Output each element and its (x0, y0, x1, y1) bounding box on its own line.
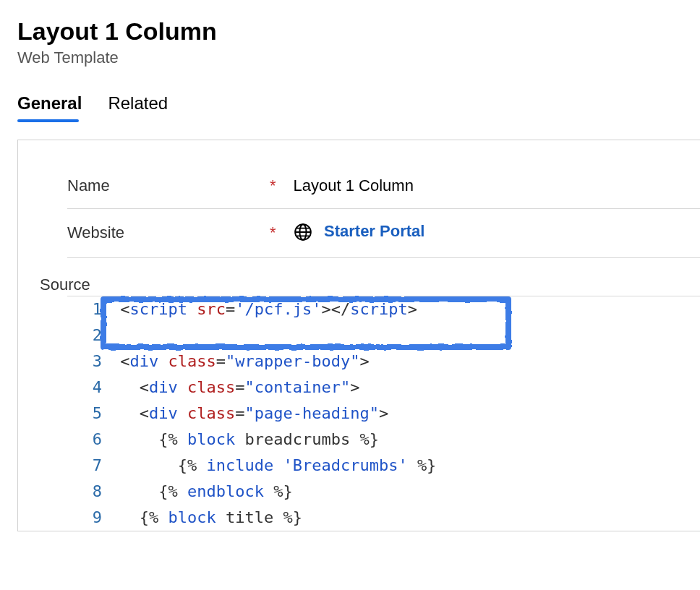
code-line[interactable]: 1 <script src='/pcf.js'></script> (67, 296, 700, 322)
code-line[interactable]: 2 (67, 322, 700, 349)
code-text[interactable]: <div class="page-heading"> (111, 401, 700, 427)
code-line[interactable]: 9 {% block title %} (67, 505, 700, 531)
code-line[interactable]: 7 {% include 'Breadcrumbs' %} (67, 453, 700, 479)
code-text[interactable]: {% block title %} (111, 505, 700, 531)
line-number: 9 (67, 505, 111, 531)
code-text[interactable] (111, 322, 700, 349)
code-text[interactable]: <div class="wrapper-body"> (111, 349, 700, 375)
required-mark: * (270, 176, 276, 195)
page-title: Layout 1 Column (17, 17, 700, 46)
code-line[interactable]: 5 <div class="page-heading"> (67, 401, 700, 427)
tab-related[interactable]: Related (108, 93, 168, 119)
website-field[interactable]: Starter Portal (294, 222, 425, 244)
tab-bar: General Related (17, 93, 700, 119)
code-line[interactable]: 4 <div class="container"> (67, 375, 700, 401)
tab-general[interactable]: General (17, 93, 82, 119)
form-panel: Name * Layout 1 Column Website * Starter… (17, 140, 700, 531)
name-label: Name (67, 176, 270, 195)
website-label: Website (67, 223, 270, 242)
line-number: 4 (67, 375, 111, 401)
line-number: 7 (67, 453, 111, 479)
website-row: Website * Starter Portal (67, 209, 700, 258)
code-text[interactable]: <div class="container"> (111, 375, 700, 401)
line-number: 8 (67, 479, 111, 505)
line-number: 2 (67, 322, 111, 349)
code-text[interactable]: <script src='/pcf.js'></script> (111, 296, 700, 322)
page-subtitle: Web Template (17, 48, 700, 67)
code-text[interactable]: {% include 'Breadcrumbs' %} (111, 453, 700, 479)
line-number: 5 (67, 401, 111, 427)
code-line[interactable]: 6 {% block breadcrumbs %} (67, 427, 700, 453)
line-number: 3 (67, 349, 111, 375)
code-text[interactable]: {% endblock %} (111, 479, 700, 505)
source-code-editor[interactable]: 1 <script src='/pcf.js'></script>23 <div… (67, 296, 700, 531)
website-link[interactable]: Starter Portal (324, 222, 424, 240)
code-line[interactable]: 3 <div class="wrapper-body"> (67, 349, 700, 375)
required-mark: * (270, 223, 276, 242)
code-text[interactable]: {% block breadcrumbs %} (111, 427, 700, 453)
line-number: 6 (67, 427, 111, 453)
name-field[interactable]: Layout 1 Column (294, 176, 414, 195)
name-row: Name * Layout 1 Column (67, 163, 700, 209)
line-number: 1 (67, 296, 111, 322)
code-line[interactable]: 8 {% endblock %} (67, 479, 700, 505)
globe-icon (294, 223, 312, 244)
source-label: Source (40, 275, 700, 294)
